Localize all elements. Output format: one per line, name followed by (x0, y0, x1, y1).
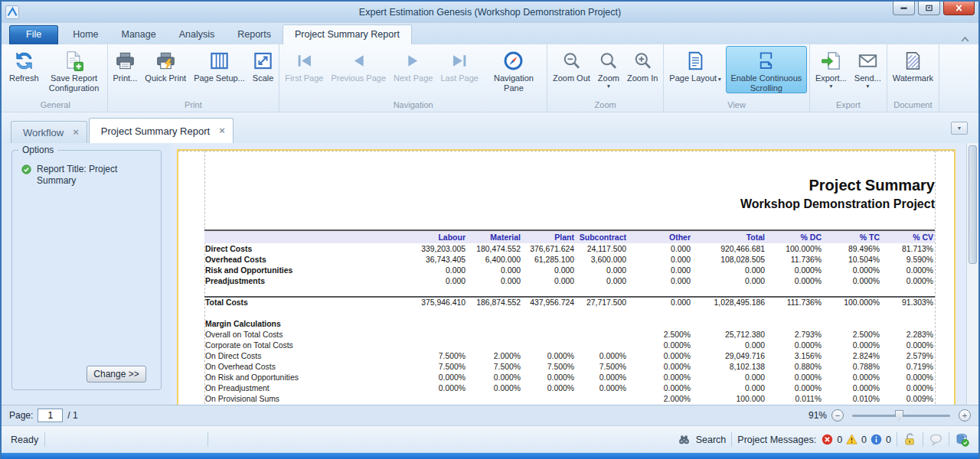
page-number-input[interactable] (38, 409, 63, 422)
database-icon[interactable] (955, 432, 969, 447)
window-bottom-border (2, 453, 978, 459)
print-button[interactable]: Print... (110, 46, 141, 84)
zoom-out-button[interactable]: Zoom Out (550, 46, 593, 84)
change-button[interactable]: Change >> (87, 366, 146, 382)
first-page-button[interactable]: First Page (282, 46, 326, 84)
report-viewer[interactable]: Project Summary Workshop Demonstration P… (172, 143, 966, 405)
collapse-ribbon-icon[interactable] (960, 32, 970, 39)
button-label: Refresh (9, 73, 39, 83)
restore-button[interactable] (918, 2, 940, 15)
table-row: On Risk and Opportunities0.000%0.000%0.0… (204, 372, 935, 382)
search-button[interactable]: Search (696, 435, 727, 445)
send-button[interactable]: Send...▾ (851, 46, 884, 90)
report-subtitle: Workshop Demonstration Project (204, 197, 935, 211)
lock-icon[interactable] (903, 432, 917, 447)
navigation-pane-button[interactable]: Navigation Pane (483, 46, 544, 93)
last-page-icon (449, 48, 470, 73)
button-label: Zoom (598, 73, 619, 83)
ribbon-group-print: Print...Quick PrintPage Setup...ScalePri… (108, 44, 280, 112)
button-label: Last Page (440, 73, 479, 83)
send-icon (858, 48, 878, 73)
refresh-button[interactable]: Refresh (6, 46, 42, 84)
ribbon-tab-project-summary-report[interactable]: Project Summary Report (283, 24, 412, 44)
save-report-configuration-button[interactable]: Save Report Configuration (44, 46, 105, 93)
scale-icon (253, 48, 273, 73)
close-button[interactable] (943, 2, 975, 15)
page-bar: Page: / 1 91% − + (2, 405, 978, 425)
page-layout-button[interactable]: Page Layout▾ (666, 46, 724, 86)
table-row: Risk and Opportunities0.0000.0000.0000.0… (204, 265, 935, 275)
zoom-icon (598, 48, 619, 73)
group-label: View (665, 100, 808, 112)
ribbon-tab-reports[interactable]: Reports (226, 25, 283, 44)
zoom-in-button[interactable]: Zoom In (624, 46, 661, 84)
zoom-out-slider-button[interactable]: − (831, 409, 844, 422)
scale-button[interactable]: Scale (250, 46, 277, 84)
button-label: Zoom In (627, 73, 658, 83)
zoom-button[interactable]: Zoom▾ (595, 46, 622, 90)
group-label: General (5, 100, 106, 112)
last-page-button[interactable]: Last Page (437, 46, 482, 84)
zoom-in-slider-button[interactable]: + (959, 409, 971, 422)
button-label: Next Page (394, 73, 433, 83)
button-label: Export... (815, 73, 847, 83)
group-label: Export (812, 100, 885, 112)
ribbon-tab-home[interactable]: Home (61, 25, 109, 44)
refresh-icon (14, 48, 34, 73)
report-title: Project Summary (204, 177, 935, 194)
page-setup-icon (209, 48, 230, 73)
table-row: On Overhead Costs7.500%7.500%7.500%7.500… (204, 361, 935, 372)
ribbon-tab-manage[interactable]: Manage (110, 25, 168, 44)
save-report-configuration-icon (64, 48, 84, 73)
page-setup-button[interactable]: Page Setup... (191, 46, 248, 84)
quick-print-button[interactable]: Quick Print (142, 46, 189, 84)
close-icon[interactable]: × (73, 129, 79, 136)
window-title: Expert Estimation Genesis (Workshop Demo… (2, 7, 978, 18)
report-title-option[interactable]: Report Title: Project Summary (21, 164, 155, 187)
watermark-button[interactable]: Watermark (890, 46, 936, 84)
export-button[interactable]: Export...▾ (812, 46, 850, 90)
ribbon-tab-bar: FileHomeManageAnalysisReportsProject Sum… (2, 23, 978, 44)
report-page: Project Summary Workshop Demonstration P… (177, 149, 956, 405)
ribbon-group-navigation: First PagePrevious PageNext PageLast Pag… (279, 44, 547, 112)
message-count: 0 (837, 435, 842, 445)
previous-page-button[interactable]: Previous Page (328, 46, 389, 84)
continuous-scrolling-icon (756, 48, 776, 73)
zoom-percent: 91% (808, 410, 827, 421)
options-title: Options (18, 145, 57, 155)
zoom-slider[interactable] (852, 415, 950, 417)
close-icon[interactable]: × (219, 127, 225, 135)
previous-page-icon (348, 48, 369, 73)
ribbon-group-document: WatermarkDocument (887, 44, 939, 112)
button-label: Zoom Out (553, 73, 590, 83)
status-bar: Ready Search Project Messages: 000 (2, 425, 978, 453)
scrollbar-thumb[interactable] (969, 145, 977, 264)
group-label: Zoom (549, 100, 662, 112)
table-row: Preadjustments0.0000.0000.0000.0000.0000… (204, 275, 935, 286)
search-icon (678, 433, 691, 446)
button-label: Previous Page (331, 73, 386, 83)
table-row: On Preadjustment0.000%0.000%0.000%0.000%… (204, 382, 935, 393)
ribbon-tab-file[interactable]: File (9, 25, 58, 44)
button-label: Send... (854, 73, 881, 83)
chevron-down-icon: ▾ (829, 83, 832, 90)
button-label: Enable Continuous Scrolling (729, 73, 804, 93)
vertical-scrollbar[interactable] (966, 143, 978, 405)
chevron-down-icon: ▾ (718, 76, 721, 83)
enable-continuous-scrolling-button[interactable]: Enable Continuous Scrolling (726, 46, 807, 93)
check-icon (21, 164, 31, 174)
doc-tab-project-summary-report[interactable]: Project Summary Report× (89, 118, 234, 143)
next-page-button[interactable]: Next Page (390, 46, 436, 84)
tab-list-dropdown-icon[interactable]: ▼ (951, 122, 968, 135)
button-label: Quick Print (145, 73, 186, 83)
comment-icon[interactable] (929, 432, 943, 447)
doc-tab-label: Project Summary Report (101, 125, 210, 137)
table-row: On Provisional Sums2.000%100.0000.011%0.… (204, 393, 935, 404)
zoom-slider-thumb[interactable] (895, 410, 903, 422)
doc-tab-workflow[interactable]: Workflow× (11, 121, 87, 143)
chevron-down-icon: ▾ (607, 83, 610, 90)
minimize-button[interactable] (893, 2, 915, 15)
ribbon-group-export: Export...▾Send...▾Export (810, 44, 887, 112)
button-label: Watermark (893, 73, 933, 83)
ribbon-tab-analysis[interactable]: Analysis (168, 25, 227, 44)
